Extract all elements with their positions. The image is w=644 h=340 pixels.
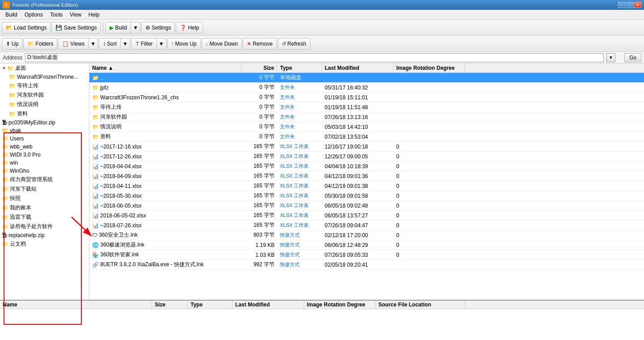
tree-item-hedongdownload[interactable]: 📁 河东下载站 [0,184,89,194]
tree-item-label: replacehelp.zip [8,232,45,238]
table-row[interactable]: 📁 河东软件园 0 字节 文件夹 07/26/18 13:13:16 [89,112,644,122]
table-row[interactable]: 📁 Warcraft3FrozenThrone1.26_chs 0 字节 文件夹… [89,93,644,102]
col-header-type[interactable]: Type [277,64,322,72]
tree-item-ybak[interactable]: 📁 ybak [0,127,89,135]
tree-item-label: win [10,160,18,166]
folder-icon: 📁 [9,92,16,98]
tree-item-thunder[interactable]: 📁 迅雷下载 [0,212,89,222]
tree-item-zip1[interactable]: 🗜 pc0359MyEditor.zip [0,119,89,127]
tree-item-win[interactable]: 📁 win [0,159,89,167]
menu-build[interactable]: Build [2,11,21,19]
folders-button[interactable]: 📁 Folders [23,38,57,50]
xlsx-icon: 📊 [92,144,99,150]
tree-item-zip2[interactable]: 🗜 replacehelp.zip [0,231,89,239]
tree-item-warcraft[interactable]: 📁 Warcraft3FrozenThrone... [0,73,89,81]
col-header-rotation[interactable]: Image Rotation Degree [394,64,465,72]
save-settings-button[interactable]: 💾 Save Settings [51,22,101,34]
settings-button[interactable]: ⚙ Settings [141,22,175,34]
tree-item-root[interactable]: ▼ 📁 桌面 [0,64,89,73]
save-settings-icon: 💾 [55,25,62,31]
tree-item-cloudfile[interactable]: 📁 云文档 [0,239,89,249]
zip-icon: 🗜 [2,119,7,126]
menu-help[interactable]: Help [85,11,103,19]
tree-item-users[interactable]: 📁 Users [0,135,89,143]
table-row[interactable]: 📊 ~2018-04-04.xlsx 165 字节 XLSX 工作表 04/04… [89,162,644,171]
main-toolbar: 📂 Load Settings 💾 Save Settings ▶ Build … [0,20,644,36]
table-row[interactable]: 📊 ~2018-04-11.xlsx 165 字节 XLSX 工作表 04/12… [89,181,644,191]
folder-tree: ▼ 📁 桌面 📁 Warcraft3FrozenThrone... 📁 等待上传… [0,64,89,300]
menu-view[interactable]: View [66,11,85,19]
up-button[interactable]: ⬆ Up [2,38,22,50]
tree-item-wbbweb[interactable]: 📁 wbb_web [0,143,89,151]
table-row[interactable]: 🏪 360软件管家.lnk 1.03 KB 快捷方式 07/26/18 09:0… [89,250,644,260]
tree-item-hedong[interactable]: 📁 河东软件园 [0,90,89,100]
tree-item-deli[interactable]: 📁 得力商贸管理系统 [0,175,89,184]
xlsx-icon: 📊 [92,183,99,189]
sort-button[interactable]: ↕ Sort [99,38,121,50]
table-row[interactable]: 📊 ~2018-06-05.xlsx 165 字节 XLSX 工作表 06/05… [89,201,644,211]
table-row[interactable]: 🌐 360极速浏览器.lnk 1.19 KB 快捷方式 06/06/18 12:… [89,240,644,250]
file-list-header: Name ▲ Size Type Last Modified Image Rot… [89,64,644,73]
close-button[interactable]: ✕ [634,2,641,8]
xlsx-icon: 📊 [92,193,99,199]
filter-dropdown-arrow[interactable]: ▼ [157,38,166,50]
views-dropdown-arrow[interactable]: ▼ [89,38,98,50]
folder-icon: 📁 [9,102,16,108]
address-input[interactable] [25,53,604,62]
menu-tools[interactable]: Tools [47,11,66,19]
table-row[interactable]: 📊 ~2018-04-09.xlsx 165 字节 XLSX 工作表 04/12… [89,171,644,181]
menu-options[interactable]: Options [21,11,47,19]
table-row[interactable]: 📁 等待上传 0 字节 文件夹 01/19/18 11:51:48 [89,102,644,112]
col-header-size[interactable]: Size [242,64,277,72]
table-row[interactable]: 📊 ~2018-07-26.xlsx 165 字节 XLSX 工作表 07/26… [89,221,644,230]
folder-icon: 📁 [92,124,99,130]
bottom-panel: Name Size Type Last Modified Image Rotat… [0,300,644,340]
tree-item-kuazhao[interactable]: 📁 快照 [0,194,89,203]
file-toolbar: ⬆ Up 📁 Folders 📋 Views ▼ ↕ Sort ▼ ⊤ Filt… [0,36,644,52]
move-down-button[interactable]: ↓ Move Down [202,38,242,50]
load-settings-button[interactable]: 📂 Load Settings [2,22,51,34]
address-dropdown[interactable]: ▼ [606,53,615,62]
minimize-button[interactable]: ─ [618,2,625,8]
views-button[interactable]: 📋 Views [58,38,89,50]
help-button[interactable]: ❓ Help [176,22,203,34]
bottom-col-size: Size [152,301,188,309]
table-row[interactable]: 📊 2018-06-05-02.xlsx 165 字节 XLSX 工作表 06/… [89,211,644,221]
toolbar-separator-1 [103,22,103,33]
build-dropdown-arrow[interactable]: ▼ [131,22,140,34]
tree-item-ziliao[interactable]: 📁 资料 [0,109,89,119]
move-up-button[interactable]: ↑ Move Up [167,38,201,50]
go-button[interactable]: Go [624,53,641,62]
table-row[interactable]: 📁 jpfz 0 字节 文件夹 05/31/17 16:40:32 [89,83,644,93]
col-header-modified[interactable]: Last Modified [322,64,394,72]
tree-item-dengdaishangchuan[interactable]: 📁 等待上传 [0,81,89,90]
sort-dropdown-arrow[interactable]: ▼ [121,38,130,50]
maximize-button[interactable]: □ [626,2,633,8]
table-row[interactable]: 🔗 8UETR 3.8.2.0 XiaZaiBa.exe - 快捷方式.lnk … [89,260,644,270]
bottom-col-modified: Last Modified [233,301,304,309]
remove-button[interactable]: ✕ Remove [243,38,277,50]
table-row[interactable]: 🛡 360安全卫士.lnk 803 字节 快捷方式 02/12/18 17:20… [89,230,644,240]
tree-item-clinic[interactable]: 📁 诊所电子处方软件 [0,222,89,231]
table-row[interactable]: 📊 ~2018-05-30.xlsx 165 字节 XLSX 工作表 05/30… [89,191,644,201]
table-row[interactable]: 📊 ~2017-12-26.xlsx 165 字节 XLSX 工作表 12/26… [89,152,644,162]
settings-icon: ⚙ [145,25,150,31]
folder-icon: 📁 [2,196,8,202]
filter-button[interactable]: ⊤ Filter [131,38,157,50]
refresh-button[interactable]: ↺ Refresh [278,38,310,50]
folder-icon: 📁 [2,241,8,247]
bottom-col-name: Name [0,301,152,309]
table-row[interactable]: 📁 情况说明 0 字节 文件夹 05/03/18 14:42:10 [89,122,644,132]
tree-item-wingho[interactable]: 📁 WinGho [0,167,89,175]
tree-item-qingkuang[interactable]: 📁 情况说明 [0,100,89,109]
build-button[interactable]: ▶ Build [106,22,131,34]
col-header-name[interactable]: Name ▲ [89,64,242,72]
title-bar: F Foxonic (Professional Edition) ─ □ ✕ [0,0,644,10]
tree-item-widi[interactable]: 📁 WIDI 3.0 Pro [0,151,89,159]
folder-icon: 📁 [2,177,8,183]
table-row[interactable]: 📊 ~2017-12-16.xlsx 165 字节 XLSX 工作表 12/16… [89,142,644,152]
table-row[interactable]: 📁 资料 0 字节 文件夹 07/02/18 13:53:04 [89,132,644,142]
zip-icon: 🗜 [2,232,7,238]
table-row[interactable]: 📁 .. 0 字节 本地磁盘 [89,73,644,83]
tree-item-myaccount[interactable]: 📁 我的账本 [0,203,89,212]
